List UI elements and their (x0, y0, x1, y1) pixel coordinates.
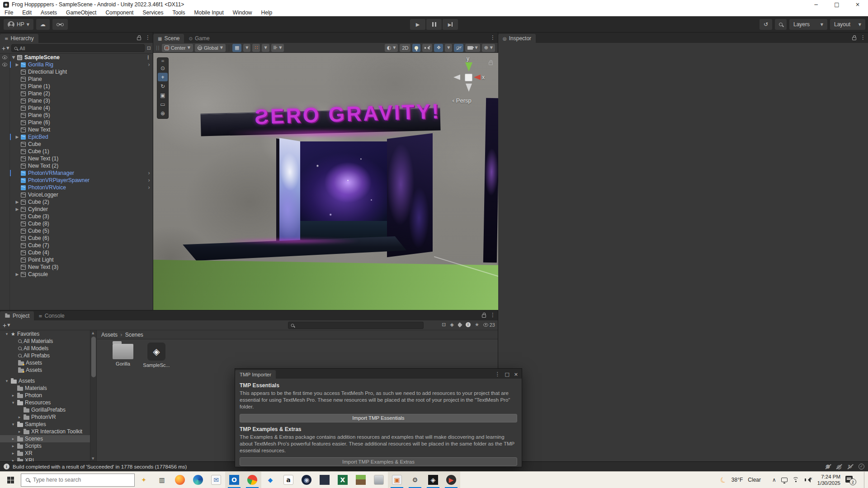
breadcrumb-current[interactable]: Scenes (125, 332, 143, 338)
weather-temperature[interactable]: 38°F (731, 477, 743, 483)
snap-increment-toggle[interactable]: ∷ (252, 44, 260, 52)
gameobject-name[interactable]: Plane (5) (28, 112, 50, 118)
scene-header-row[interactable]: ▼ SampleScene ⋮ (0, 54, 153, 61)
camera-settings-dropdown[interactable]: ▼ (465, 44, 480, 52)
gameobject-name[interactable]: Plane (6) (28, 119, 50, 126)
pause-button[interactable] (426, 19, 442, 30)
cloud-button[interactable]: ☁ (36, 19, 50, 30)
undo-history-button[interactable]: ↺ (760, 19, 772, 30)
close-icon[interactable]: × (514, 371, 518, 377)
gameobject-name[interactable]: New Text (2) (28, 163, 58, 169)
tray-expand-icon[interactable]: ∧ (772, 477, 776, 483)
foldout-icon[interactable]: ▸ (11, 393, 15, 398)
asset-item-scene[interactable]: ◈ SampleSc... (140, 343, 173, 368)
gameobject-name[interactable]: Cube (2) (28, 199, 49, 205)
hierarchy-item[interactable]: ▶ Plane (5) › (0, 112, 153, 119)
tasks-complete-icon[interactable]: ✓ (859, 464, 864, 469)
menu-item[interactable]: Assets (36, 9, 61, 16)
asset-item-folder[interactable]: Gorilla (107, 344, 139, 366)
package-visibility-icon[interactable]: ◈ (450, 322, 453, 328)
gameobject-name[interactable]: Cube (8) (28, 221, 49, 227)
scroll-down-icon[interactable]: ▼ (92, 457, 94, 460)
hidden-count-icon[interactable]: ! (466, 322, 471, 327)
steam[interactable]: ◉ (297, 472, 316, 488)
volume-muted-icon[interactable]: × (805, 477, 812, 483)
hierarchy-item[interactable]: ▶ Directional Light › (0, 68, 153, 75)
layers-dropdown[interactable]: Layers ▼ (789, 19, 827, 30)
hierarchy-item[interactable]: ▶ Cube (4) › (0, 249, 153, 256)
hierarchy-item[interactable]: ▶ Capsule › (0, 271, 153, 278)
project-tree-item[interactable]: ▸ XR Interaction Toolkit (0, 428, 96, 435)
game-tab[interactable]: ⊙ Game (184, 34, 214, 43)
project-tree-item[interactable]: ▸ XRI (0, 457, 96, 461)
rotation-lock-icon[interactable] (489, 62, 493, 65)
play-button[interactable]: ▶ (410, 19, 425, 30)
step-button[interactable]: ▶ (443, 19, 458, 30)
hierarchy-item[interactable]: ▶ PhotonVRVoice › (0, 184, 153, 191)
menu-item[interactable]: Help (257, 9, 277, 16)
label-tag-icon[interactable] (457, 322, 462, 327)
files-app[interactable] (370, 472, 388, 488)
minecraft[interactable] (352, 472, 370, 488)
build-status-message[interactable]: Build completed with a result of 'Succee… (13, 464, 187, 469)
foldout-icon[interactable]: ▸ (17, 415, 22, 419)
hierarchy-item[interactable]: ▶ EpicBed › (0, 133, 153, 141)
scrollbar-thumb[interactable] (91, 337, 96, 377)
favorites-star-icon[interactable]: ★ (475, 322, 479, 328)
gizmos-dropdown[interactable]: ⊕▼ (482, 44, 495, 52)
version-control-button[interactable] (52, 19, 68, 30)
maximize-icon[interactable]: □ (505, 371, 509, 377)
z-axis-cone[interactable] (453, 75, 460, 80)
hierarchy-item[interactable]: ▶ Cube (1) › (0, 148, 153, 155)
lock-icon[interactable] (482, 314, 486, 318)
gameobject-name[interactable]: Cube (5) (28, 228, 49, 234)
scale-tool-button[interactable]: ▣ (158, 91, 168, 99)
foldout-collapsed-icon[interactable]: ▶ (14, 272, 20, 277)
refresh-disabled-icon[interactable]: ↻ (848, 464, 852, 470)
hierarchy-item[interactable]: ▶ Cube › (0, 141, 153, 148)
move-tool-button[interactable]: + (158, 73, 168, 81)
hierarchy-item[interactable]: ▶ PhotonVRPlayerSpawner › (0, 177, 153, 184)
hierarchy-item[interactable]: ▶ New Text (2) › (0, 162, 153, 169)
favorites-item[interactable]: ★ All Models (0, 345, 96, 352)
menu-item[interactable]: Tools (168, 9, 189, 16)
inspector-tab[interactable]: ◎ Inspector (498, 34, 536, 43)
hierarchy-item[interactable]: ▶ Plane (1) › (0, 83, 153, 90)
hierarchy-item[interactable]: ▶ Plane (3) › (0, 97, 153, 104)
snap-move-toggle[interactable]: ⊪▼ (271, 44, 284, 52)
overlay-drag-handle[interactable]: ≡ (161, 59, 165, 63)
dropbox[interactable]: ◆ (261, 472, 279, 488)
favorites-item[interactable]: ★ All Materials (0, 338, 96, 345)
gameobject-name[interactable]: Cube (28, 141, 41, 147)
scene-viewport[interactable]: ƧERO GRAVITY! ≡ ⊙ + ↻ ▣ ▭ ⊕ y x ‹ Persp (153, 53, 498, 310)
project-tree-item[interactable]: ▸ PhotonVR (0, 413, 96, 421)
project-tab[interactable]: Project (0, 311, 34, 320)
prefab-chevron-icon[interactable]: › (148, 184, 150, 191)
hierarchy-tab[interactable]: ≡ Hierarchy (0, 34, 38, 43)
x-axis-cone[interactable] (474, 75, 481, 80)
excel[interactable]: X (334, 472, 352, 488)
project-search-field[interactable] (288, 322, 424, 329)
close-button[interactable]: × (847, 0, 868, 9)
favorites-item[interactable]: ▾ ★ Favorites (0, 330, 96, 338)
clock[interactable]: 7:24 PM 1/30/2025 (817, 474, 840, 487)
hierarchy-item[interactable]: ▶ New Text › (0, 126, 153, 133)
messaging-app[interactable] (316, 472, 334, 488)
layout-dropdown[interactable]: Layout ▼ (830, 19, 865, 30)
favorites-item[interactable]: ★ Assets (0, 366, 96, 374)
gameobject-name[interactable]: Plane (2) (28, 90, 50, 97)
tree-scrollbar[interactable]: ▲ ▼ (90, 330, 96, 461)
show-desktop-button[interactable] (864, 472, 866, 488)
hierarchy-item[interactable]: ▶ Cube (3) › (0, 213, 153, 220)
console-tab[interactable]: ≡ Console (34, 311, 69, 320)
snap-dropdown[interactable]: ▼ (262, 44, 269, 52)
gameobject-name[interactable]: VoiceLogger (28, 192, 58, 198)
foldout-collapsed-icon[interactable]: ▶ (14, 200, 20, 204)
gameobject-name[interactable]: PhotonVRManager (28, 170, 74, 176)
menu-item[interactable]: Component (101, 9, 138, 16)
media-player[interactable]: ▶ (442, 472, 460, 488)
foldout-icon[interactable]: ▾ (11, 422, 15, 427)
shading-mode-dropdown[interactable]: ◐▼ (385, 44, 398, 52)
gameobject-name[interactable]: Cylinder (28, 206, 48, 212)
kebab-menu-icon[interactable]: ⋮ (146, 55, 151, 61)
